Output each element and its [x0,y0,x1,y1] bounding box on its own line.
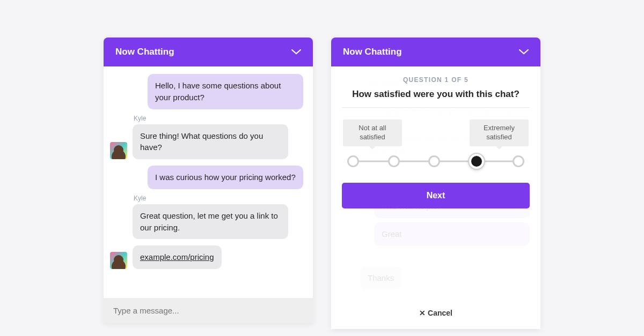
chat-header: Now Chatting [104,38,313,66]
rating-option-5[interactable] [513,155,524,167]
rating-scale [347,154,524,169]
user-message: I was curious how your pricing worked? [148,166,303,189]
chevron-down-icon[interactable] [291,49,301,55]
rating-option-3[interactable] [428,155,440,167]
agent-message: Great question, let me get you a link to… [133,204,288,240]
avatar [110,142,127,159]
next-button[interactable]: Next [342,183,530,208]
message-input[interactable] [104,298,313,323]
question-text: How satisfied were you with this chat? [342,89,530,100]
chat-header-title: Now Chatting [115,47,174,57]
cancel-button[interactable]: ✕Cancel [331,309,540,317]
scale-label-low: Not at all satisfied [343,120,402,146]
rating-option-2[interactable] [388,155,400,167]
agent-name-label: Kyle [134,195,306,202]
chat-header: Now Chatting [331,38,540,66]
rating-option-1[interactable] [347,155,359,167]
survey-body: you have? I was curious how your pricing… [331,66,540,329]
scale-label-high: Extremely satisfied [470,120,529,146]
question-counter: QUESTION 1 OF 5 [342,76,530,84]
user-message: Hello, I have some questions about your … [148,74,303,109]
chevron-down-icon[interactable] [519,49,529,55]
chat-header-title: Now Chatting [343,47,402,57]
avatar [110,252,127,269]
survey-card: QUESTION 1 OF 5 How satisfied were you w… [331,66,540,208]
rating-option-4[interactable] [469,154,484,169]
chat-message-list: Hello, I have some questions about your … [104,66,313,298]
agent-name-label: Kyle [134,115,306,122]
agent-message-link[interactable]: example.com/pricing [133,245,222,269]
agent-message: Sure thing! What questions do you have? [133,124,288,160]
chat-widget-conversation: Now Chatting Hello, I have some question… [104,38,313,323]
divider [342,107,530,108]
chat-widget-survey: Now Chatting you have? I was curious how… [331,38,540,329]
close-icon: ✕ [419,309,426,317]
